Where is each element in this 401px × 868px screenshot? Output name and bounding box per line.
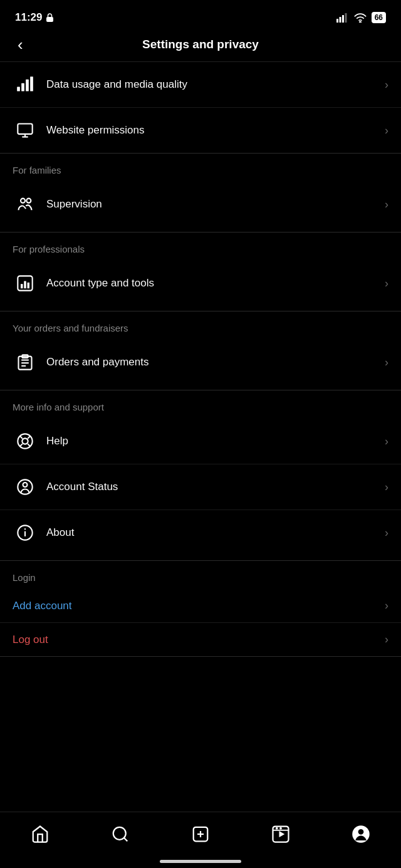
section-orders-fundraisers: Your orders and fundraisers Orders and p… [0, 311, 401, 390]
profile-icon [352, 825, 370, 844]
chevron-icon: › [385, 599, 388, 612]
home-indicator [160, 860, 241, 863]
nav-item-search[interactable] [80, 821, 160, 847]
svg-rect-6 [17, 87, 20, 92]
status-time: 11:29 [15, 11, 54, 24]
wifi-icon [354, 13, 367, 23]
svg-rect-17 [24, 281, 26, 289]
svg-rect-7 [21, 83, 24, 92]
clipboard-icon [13, 350, 38, 375]
status-right: 66 [336, 12, 386, 23]
back-button[interactable]: ‹ [13, 34, 28, 55]
svg-rect-16 [21, 284, 23, 288]
search-icon [111, 825, 130, 844]
chevron-icon: › [385, 277, 388, 290]
svg-line-27 [28, 436, 30, 439]
section-for-families: For families Supervision › [0, 154, 401, 233]
svg-point-5 [359, 21, 361, 23]
svg-point-34 [24, 529, 25, 530]
section-label-professionals: For professionals [0, 233, 401, 261]
reels-icon [271, 825, 290, 844]
menu-item-help[interactable]: Help › [0, 419, 401, 464]
section-for-professionals: For professionals Account type and tools… [0, 233, 401, 311]
svg-point-46 [358, 829, 364, 834]
svg-rect-0 [46, 17, 53, 22]
login-section: Login Add account › Log out › [0, 561, 401, 657]
add-account-label: Add account [13, 600, 385, 612]
monitor-icon [13, 118, 38, 143]
life-buoy-icon [13, 429, 38, 454]
page-header: ‹ Settings and privacy [0, 31, 401, 62]
menu-item-orders-payments[interactable]: Orders and payments › [0, 340, 401, 385]
orders-payments-label: Orders and payments [46, 356, 385, 369]
nav-item-reels[interactable] [241, 821, 321, 847]
chevron-icon: › [385, 124, 388, 137]
menu-item-account-type[interactable]: Account type and tools › [0, 261, 401, 306]
menu-item-data-usage[interactable]: Data usage and media quality › [0, 62, 401, 108]
svg-rect-9 [30, 76, 33, 91]
menu-item-website-permissions[interactable]: Website permissions › [0, 108, 401, 153]
nav-item-profile[interactable] [321, 821, 401, 847]
chevron-icon: › [385, 356, 388, 369]
menu-item-account-status[interactable]: Account Status › [0, 464, 401, 510]
chevron-icon: › [385, 633, 388, 646]
chevron-icon: › [385, 526, 388, 540]
chevron-icon: › [385, 435, 388, 448]
svg-rect-8 [26, 80, 29, 92]
top-items-section: Data usage and media quality › Website p… [0, 62, 401, 154]
plus-square-icon [191, 825, 210, 844]
chevron-icon: › [385, 481, 388, 494]
svg-line-29 [20, 444, 23, 446]
svg-point-35 [113, 827, 126, 839]
menu-item-about[interactable]: About › [0, 510, 401, 555]
status-bar: 11:29 66 [0, 0, 401, 31]
help-label: Help [46, 435, 385, 447]
svg-point-31 [23, 483, 28, 487]
nav-item-home[interactable] [0, 821, 80, 847]
user-circle-icon [13, 474, 38, 499]
svg-point-43 [276, 827, 278, 829]
menu-item-supervision[interactable]: Supervision › [0, 182, 401, 227]
signal-bars-icon [13, 72, 38, 97]
svg-line-28 [28, 444, 30, 446]
users-icon [13, 192, 38, 217]
svg-rect-3 [342, 15, 344, 23]
info-circle-icon [13, 520, 38, 545]
bar-chart-box-icon [13, 271, 38, 296]
svg-rect-18 [28, 283, 30, 288]
chevron-icon: › [385, 198, 388, 211]
data-usage-label: Data usage and media quality [46, 78, 385, 91]
svg-line-36 [124, 837, 127, 840]
section-label-families: For families [0, 154, 401, 182]
signal-icon [336, 13, 349, 23]
chevron-icon: › [385, 78, 388, 92]
svg-rect-4 [345, 13, 346, 23]
menu-item-log-out[interactable]: Log out › [0, 623, 401, 656]
section-label-orders: Your orders and fundraisers [0, 311, 401, 340]
log-out-label: Log out [13, 634, 385, 646]
account-type-label: Account type and tools [46, 277, 385, 290]
section-label-more-info: More info and support [0, 390, 401, 419]
section-more-info: More info and support Help › Account Sta… [0, 390, 401, 561]
section-label-login: Login [0, 561, 401, 589]
supervision-label: Supervision [46, 198, 385, 211]
home-icon [31, 825, 49, 844]
svg-rect-2 [339, 17, 341, 23]
svg-line-26 [20, 436, 23, 439]
battery-indicator: 66 [372, 12, 386, 23]
svg-point-25 [22, 438, 28, 444]
svg-rect-1 [336, 19, 338, 23]
website-permissions-label: Website permissions [46, 124, 385, 137]
svg-marker-41 [279, 831, 285, 837]
lock-icon [46, 13, 54, 23]
svg-point-13 [21, 199, 25, 203]
svg-point-44 [279, 827, 282, 829]
nav-item-create[interactable] [160, 821, 241, 847]
menu-item-add-account[interactable]: Add account › [0, 589, 401, 623]
account-status-label: Account Status [46, 481, 385, 493]
page-title: Settings and privacy [142, 38, 259, 51]
svg-point-14 [26, 199, 31, 203]
svg-rect-10 [18, 124, 32, 134]
about-label: About [46, 526, 385, 539]
